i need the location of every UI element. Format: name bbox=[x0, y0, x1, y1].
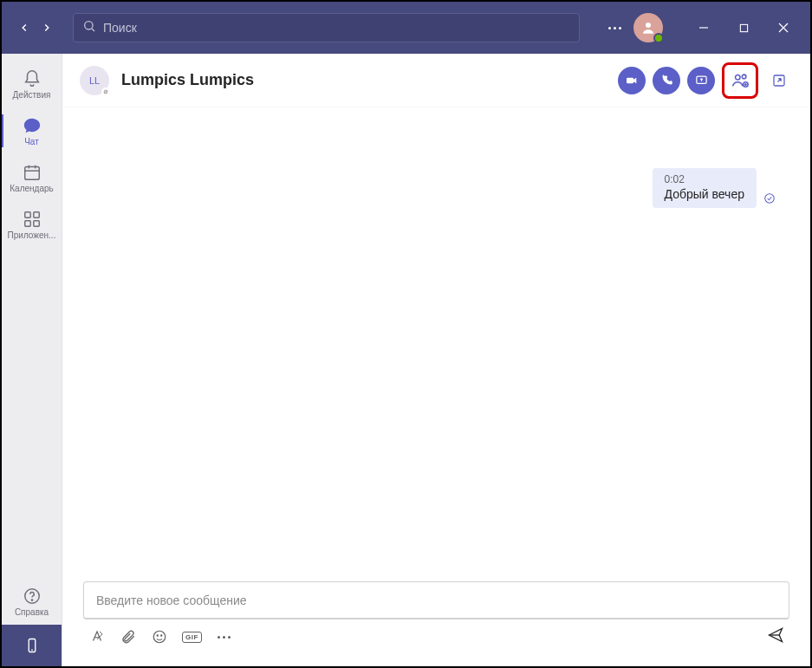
add-people-highlight bbox=[722, 62, 758, 99]
svg-point-0 bbox=[85, 22, 93, 29]
nav-back-button[interactable] bbox=[14, 17, 35, 38]
svg-point-30 bbox=[153, 631, 166, 643]
message-bubble[interactable]: 0:02 Добрый вечер bbox=[653, 168, 757, 208]
svg-rect-7 bbox=[24, 166, 39, 179]
title-bar bbox=[2, 2, 810, 54]
video-call-button[interactable] bbox=[618, 67, 646, 94]
chat-avatar[interactable]: LL bbox=[80, 66, 109, 95]
person-icon bbox=[640, 20, 656, 36]
rail-label: Справка bbox=[15, 607, 49, 617]
rail-label: Календарь bbox=[10, 184, 53, 193]
svg-rect-12 bbox=[33, 211, 38, 217]
send-button[interactable] bbox=[767, 626, 784, 647]
chat-title: Lumpics Lumpics bbox=[121, 71, 254, 89]
minimize-button[interactable] bbox=[684, 2, 724, 54]
rail-label: Чат bbox=[24, 137, 39, 146]
popout-icon bbox=[771, 73, 787, 88]
profile-avatar[interactable] bbox=[633, 13, 663, 42]
gif-button[interactable]: GIF bbox=[182, 632, 202, 643]
screen-share-button[interactable] bbox=[687, 67, 715, 94]
rail-apps[interactable]: Приложен... bbox=[2, 201, 62, 248]
emoji-icon bbox=[152, 629, 167, 645]
share-screen-icon bbox=[695, 74, 708, 87]
nav-forward-button[interactable] bbox=[36, 17, 57, 38]
message-text: Добрый вечер bbox=[665, 187, 744, 201]
presence-offline-icon bbox=[101, 88, 110, 96]
add-people-button[interactable] bbox=[726, 67, 754, 94]
svg-point-2 bbox=[646, 23, 651, 28]
close-button[interactable] bbox=[763, 2, 803, 54]
rail-calendar[interactable]: Календарь bbox=[2, 154, 62, 201]
left-rail: Действия Чат Календарь Приложен... Справ… bbox=[2, 54, 62, 666]
rail-label: Действия bbox=[13, 90, 51, 100]
svg-rect-21 bbox=[627, 77, 633, 83]
format-button[interactable] bbox=[88, 628, 106, 645]
svg-rect-13 bbox=[24, 220, 29, 225]
svg-point-32 bbox=[161, 635, 162, 636]
paperclip-icon bbox=[120, 629, 136, 645]
svg-rect-11 bbox=[24, 211, 29, 217]
search-input[interactable] bbox=[103, 21, 570, 35]
rail-activity[interactable]: Действия bbox=[2, 61, 62, 107]
search-box[interactable] bbox=[73, 13, 580, 42]
calendar-icon bbox=[23, 163, 42, 182]
bell-icon bbox=[23, 69, 42, 88]
mobile-icon bbox=[24, 635, 40, 656]
more-button[interactable] bbox=[608, 27, 621, 29]
chat-messages-area: 0:02 Добрый вечер bbox=[62, 107, 810, 581]
rail-mobile-button[interactable] bbox=[2, 625, 62, 666]
maximize-button[interactable] bbox=[724, 2, 763, 54]
svg-line-1 bbox=[92, 29, 94, 31]
svg-rect-14 bbox=[33, 220, 38, 225]
popout-button[interactable] bbox=[765, 67, 793, 94]
emoji-button[interactable] bbox=[151, 628, 168, 645]
svg-point-16 bbox=[31, 599, 32, 600]
svg-point-24 bbox=[742, 75, 746, 79]
svg-rect-4 bbox=[740, 24, 747, 31]
compose-input-box[interactable] bbox=[83, 581, 789, 619]
chat-header: LL Lumpics Lumpics bbox=[62, 54, 810, 107]
rail-label: Приложен... bbox=[8, 230, 56, 240]
svg-point-31 bbox=[157, 635, 158, 636]
avatar-initials: LL bbox=[89, 75, 100, 86]
chat-icon bbox=[23, 116, 42, 135]
message-time: 0:02 bbox=[665, 173, 744, 185]
composer: GIF bbox=[62, 581, 810, 666]
attach-button[interactable] bbox=[120, 628, 137, 645]
message-sent-icon bbox=[763, 192, 776, 208]
people-add-icon bbox=[731, 71, 750, 90]
rail-chat[interactable]: Чат bbox=[2, 107, 62, 154]
rail-help[interactable]: Справка bbox=[2, 578, 62, 625]
svg-point-23 bbox=[736, 75, 741, 80]
audio-call-button[interactable] bbox=[653, 67, 680, 94]
svg-line-20 bbox=[105, 90, 107, 93]
compose-more-button[interactable] bbox=[216, 628, 233, 645]
send-icon bbox=[767, 626, 784, 644]
search-icon bbox=[82, 19, 96, 36]
help-icon bbox=[23, 587, 42, 606]
compose-input[interactable] bbox=[96, 593, 776, 607]
format-icon bbox=[89, 629, 105, 645]
svg-point-29 bbox=[765, 194, 775, 204]
status-available-icon bbox=[653, 33, 664, 43]
apps-icon bbox=[23, 210, 42, 229]
video-icon bbox=[625, 74, 639, 88]
phone-icon bbox=[660, 74, 673, 87]
